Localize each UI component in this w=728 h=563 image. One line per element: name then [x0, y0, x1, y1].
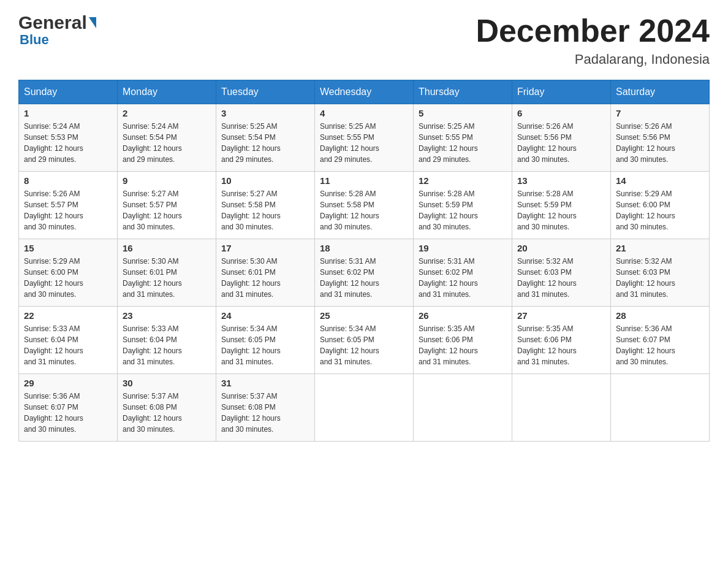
day-info: Sunrise: 5:37 AMSunset: 6:08 PMDaylight:…	[221, 391, 309, 435]
col-thursday: Thursday	[414, 80, 512, 104]
day-info: Sunrise: 5:24 AMSunset: 5:54 PMDaylight:…	[123, 121, 211, 165]
day-number: 12	[419, 175, 507, 186]
calendar-cell: 17Sunrise: 5:30 AMSunset: 6:01 PMDayligh…	[216, 239, 315, 307]
day-info: Sunrise: 5:35 AMSunset: 6:06 PMDaylight:…	[419, 323, 507, 367]
day-info: Sunrise: 5:26 AMSunset: 5:56 PMDaylight:…	[616, 121, 704, 165]
days-of-week-row: Sunday Monday Tuesday Wednesday Thursday…	[19, 80, 710, 104]
day-number: 24	[221, 310, 309, 321]
calendar-cell	[414, 374, 512, 442]
day-info: Sunrise: 5:34 AMSunset: 6:05 PMDaylight:…	[320, 323, 408, 367]
day-number: 30	[123, 378, 211, 388]
logo-general-text: General	[18, 12, 87, 33]
calendar-cell: 31Sunrise: 5:37 AMSunset: 6:08 PMDayligh…	[216, 374, 315, 442]
day-info: Sunrise: 5:33 AMSunset: 6:04 PMDaylight:…	[123, 323, 211, 367]
day-info: Sunrise: 5:30 AMSunset: 6:01 PMDaylight:…	[123, 256, 211, 300]
calendar-cell: 16Sunrise: 5:30 AMSunset: 6:01 PMDayligh…	[118, 239, 216, 307]
day-number: 28	[616, 310, 704, 321]
calendar-cell: 18Sunrise: 5:31 AMSunset: 6:02 PMDayligh…	[315, 239, 414, 307]
day-info: Sunrise: 5:34 AMSunset: 6:05 PMDaylight:…	[221, 323, 309, 367]
day-number: 31	[221, 378, 309, 388]
day-number: 23	[123, 310, 211, 321]
calendar-cell: 4Sunrise: 5:25 AMSunset: 5:55 PMDaylight…	[315, 104, 414, 172]
calendar-cell: 2Sunrise: 5:24 AMSunset: 5:54 PMDaylight…	[118, 104, 216, 172]
day-number: 21	[616, 243, 704, 253]
month-title: December 2024	[476, 12, 710, 49]
title-section: December 2024 Padalarang, Indonesia	[476, 12, 710, 67]
calendar-cell: 6Sunrise: 5:26 AMSunset: 5:56 PMDaylight…	[512, 104, 611, 172]
day-info: Sunrise: 5:31 AMSunset: 6:02 PMDaylight:…	[320, 256, 408, 300]
day-number: 2	[123, 108, 211, 118]
day-info: Sunrise: 5:32 AMSunset: 6:03 PMDaylight:…	[616, 256, 704, 300]
day-info: Sunrise: 5:28 AMSunset: 5:59 PMDaylight:…	[419, 188, 507, 232]
calendar-week-row: 22Sunrise: 5:33 AMSunset: 6:04 PMDayligh…	[19, 307, 710, 374]
calendar-cell: 20Sunrise: 5:32 AMSunset: 6:03 PMDayligh…	[512, 239, 611, 307]
calendar-week-row: 8Sunrise: 5:26 AMSunset: 5:57 PMDaylight…	[19, 172, 710, 239]
calendar-cell	[512, 374, 611, 442]
day-number: 20	[517, 243, 605, 253]
col-tuesday: Tuesday	[216, 80, 315, 104]
day-number: 25	[320, 310, 408, 321]
calendar-cell: 5Sunrise: 5:25 AMSunset: 5:55 PMDaylight…	[414, 104, 512, 172]
day-number: 11	[320, 175, 408, 186]
calendar-cell: 28Sunrise: 5:36 AMSunset: 6:07 PMDayligh…	[611, 307, 710, 374]
day-info: Sunrise: 5:36 AMSunset: 6:07 PMDaylight:…	[24, 391, 112, 435]
day-number: 19	[419, 243, 507, 253]
calendar-cell: 14Sunrise: 5:29 AMSunset: 6:00 PMDayligh…	[611, 172, 710, 239]
calendar-cell: 1Sunrise: 5:24 AMSunset: 5:53 PMDaylight…	[19, 104, 118, 172]
day-info: Sunrise: 5:26 AMSunset: 5:57 PMDaylight:…	[24, 188, 112, 232]
col-saturday: Saturday	[611, 80, 710, 104]
calendar-cell: 24Sunrise: 5:34 AMSunset: 6:05 PMDayligh…	[216, 307, 315, 374]
calendar-header: Sunday Monday Tuesday Wednesday Thursday…	[19, 80, 710, 104]
calendar-cell: 12Sunrise: 5:28 AMSunset: 5:59 PMDayligh…	[414, 172, 512, 239]
day-info: Sunrise: 5:29 AMSunset: 6:00 PMDaylight:…	[24, 256, 112, 300]
day-number: 16	[123, 243, 211, 253]
calendar-cell: 3Sunrise: 5:25 AMSunset: 5:54 PMDaylight…	[216, 104, 315, 172]
day-number: 13	[517, 175, 605, 186]
calendar-cell: 29Sunrise: 5:36 AMSunset: 6:07 PMDayligh…	[19, 374, 118, 442]
day-info: Sunrise: 5:33 AMSunset: 6:04 PMDaylight:…	[24, 323, 112, 367]
day-info: Sunrise: 5:30 AMSunset: 6:01 PMDaylight:…	[221, 256, 309, 300]
day-info: Sunrise: 5:31 AMSunset: 6:02 PMDaylight:…	[419, 256, 507, 300]
calendar-cell: 10Sunrise: 5:27 AMSunset: 5:58 PMDayligh…	[216, 172, 315, 239]
calendar-cell	[315, 374, 414, 442]
calendar-cell: 8Sunrise: 5:26 AMSunset: 5:57 PMDaylight…	[19, 172, 118, 239]
day-number: 8	[24, 175, 112, 186]
calendar-week-row: 15Sunrise: 5:29 AMSunset: 6:00 PMDayligh…	[19, 239, 710, 307]
calendar-body: 1Sunrise: 5:24 AMSunset: 5:53 PMDaylight…	[19, 104, 710, 442]
day-number: 5	[419, 108, 507, 118]
day-number: 22	[24, 310, 112, 321]
day-info: Sunrise: 5:24 AMSunset: 5:53 PMDaylight:…	[24, 121, 112, 165]
page-header: General Blue December 2024 Padalarang, I…	[18, 12, 710, 67]
day-info: Sunrise: 5:28 AMSunset: 5:59 PMDaylight:…	[517, 188, 605, 232]
calendar-cell: 15Sunrise: 5:29 AMSunset: 6:00 PMDayligh…	[19, 239, 118, 307]
day-info: Sunrise: 5:32 AMSunset: 6:03 PMDaylight:…	[517, 256, 605, 300]
calendar-cell: 7Sunrise: 5:26 AMSunset: 5:56 PMDaylight…	[611, 104, 710, 172]
calendar-cell: 11Sunrise: 5:28 AMSunset: 5:58 PMDayligh…	[315, 172, 414, 239]
day-number: 1	[24, 108, 112, 118]
day-number: 26	[419, 310, 507, 321]
location: Padalarang, Indonesia	[476, 52, 710, 67]
day-number: 4	[320, 108, 408, 118]
day-number: 3	[221, 108, 309, 118]
day-number: 27	[517, 310, 605, 321]
col-wednesday: Wednesday	[315, 80, 414, 104]
logo: General Blue	[18, 12, 96, 48]
logo-triangle-icon	[89, 17, 96, 28]
calendar-cell: 13Sunrise: 5:28 AMSunset: 5:59 PMDayligh…	[512, 172, 611, 239]
day-info: Sunrise: 5:25 AMSunset: 5:55 PMDaylight:…	[419, 121, 507, 165]
day-info: Sunrise: 5:26 AMSunset: 5:56 PMDaylight:…	[517, 121, 605, 165]
day-info: Sunrise: 5:29 AMSunset: 6:00 PMDaylight:…	[616, 188, 704, 232]
calendar-week-row: 1Sunrise: 5:24 AMSunset: 5:53 PMDaylight…	[19, 104, 710, 172]
col-monday: Monday	[118, 80, 216, 104]
calendar-cell: 21Sunrise: 5:32 AMSunset: 6:03 PMDayligh…	[611, 239, 710, 307]
calendar-cell: 30Sunrise: 5:37 AMSunset: 6:08 PMDayligh…	[118, 374, 216, 442]
day-number: 29	[24, 378, 112, 388]
calendar-cell: 23Sunrise: 5:33 AMSunset: 6:04 PMDayligh…	[118, 307, 216, 374]
day-number: 15	[24, 243, 112, 253]
col-sunday: Sunday	[19, 80, 118, 104]
day-number: 18	[320, 243, 408, 253]
calendar-cell: 9Sunrise: 5:27 AMSunset: 5:57 PMDaylight…	[118, 172, 216, 239]
col-friday: Friday	[512, 80, 611, 104]
day-number: 10	[221, 175, 309, 186]
logo-blue-text: Blue	[20, 32, 49, 48]
